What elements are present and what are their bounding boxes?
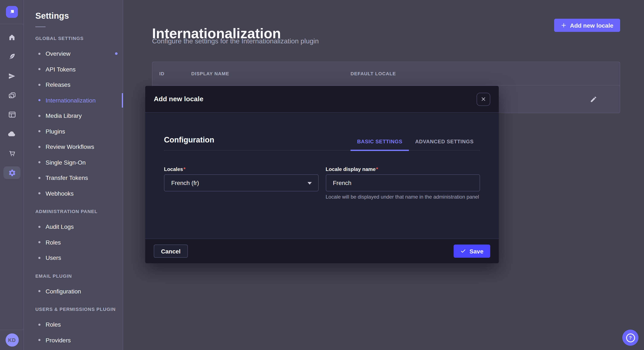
- save-label: Save: [470, 248, 484, 255]
- display-name-hint: Locale will be displayed under that name…: [326, 193, 480, 200]
- modal-body: Configuration BASIC SETTINGS ADVANCED SE…: [145, 113, 499, 239]
- configuration-title: Configuration: [164, 135, 214, 145]
- required-marker: *: [376, 166, 378, 172]
- chevron-down-icon: [307, 182, 312, 184]
- display-name-input-wrap: [326, 174, 480, 191]
- required-marker: *: [183, 166, 185, 172]
- configuration-section-header: Configuration BASIC SETTINGS ADVANCED SE…: [164, 113, 480, 151]
- save-button[interactable]: Save: [454, 245, 490, 258]
- display-name-input[interactable]: [333, 179, 473, 186]
- tab-advanced-settings[interactable]: ADVANCED SETTINGS: [409, 138, 480, 150]
- tab-basic-settings[interactable]: BASIC SETTINGS: [351, 138, 409, 150]
- modal-close-button[interactable]: [476, 93, 490, 106]
- locales-label: Locales*: [164, 166, 318, 172]
- modal-footer: Cancel Save: [145, 239, 499, 263]
- modal-title: Add new locale: [154, 95, 204, 103]
- display-name-label: Locale display name*: [326, 166, 480, 172]
- modal-header: Add new locale: [145, 86, 499, 113]
- display-name-field: Locale display name* Locale will be disp…: [326, 166, 480, 200]
- locales-select-value: French (fr): [171, 179, 199, 186]
- modal-fields: Locales* French (fr) Locale display name…: [164, 166, 480, 200]
- add-locale-modal: Add new locale Configuration BASIC SETTI…: [145, 86, 499, 263]
- locales-select[interactable]: French (fr): [164, 174, 318, 191]
- app-root: KD Settings GLOBAL SETTINGSOverviewAPI T…: [0, 0, 644, 350]
- cancel-button[interactable]: Cancel: [154, 245, 188, 258]
- close-icon: [481, 97, 486, 102]
- check-icon: [461, 248, 466, 254]
- modal-tabs: BASIC SETTINGS ADVANCED SETTINGS: [351, 138, 480, 150]
- locales-field: Locales* French (fr): [164, 166, 318, 200]
